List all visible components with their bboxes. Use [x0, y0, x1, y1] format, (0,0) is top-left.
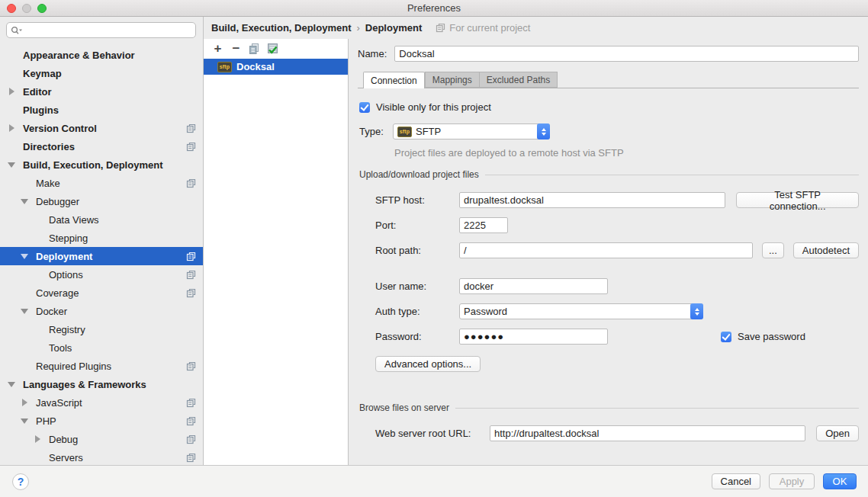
sidebar-item-javascript[interactable]: JavaScript	[0, 393, 203, 412]
tab-mappings[interactable]: Mappings	[425, 72, 480, 88]
for-current-project-icon	[186, 361, 196, 371]
name-input[interactable]	[394, 46, 859, 62]
chevron-down-icon[interactable]	[19, 199, 30, 204]
section-divider	[455, 408, 859, 409]
for-current-project-icon	[436, 23, 445, 33]
sidebar-item-label: JavaScript	[36, 397, 82, 409]
sidebar-item-version-control[interactable]: Version Control	[0, 119, 203, 137]
for-current-project-icon	[186, 270, 196, 280]
sidebar-item-label: Required Plugins	[36, 361, 111, 372]
browse-section-header: Browse files on server	[359, 402, 859, 413]
chevron-right-icon[interactable]	[32, 435, 43, 443]
web-url-label: Web server root URL:	[375, 428, 490, 439]
chevron-down-icon[interactable]	[19, 309, 30, 314]
sidebar-item-tools[interactable]: Tools	[0, 338, 203, 357]
advanced-options-button[interactable]: Advanced options...	[375, 356, 481, 372]
type-dropdown[interactable]: sftp SFTP	[393, 123, 550, 139]
preferences-window: Preferences Appearance & BehaviorKeymapE…	[0, 0, 868, 497]
sidebar-item-data-views[interactable]: Data Views	[0, 210, 203, 229]
chevron-down-icon[interactable]	[6, 162, 17, 168]
user-name-input[interactable]	[459, 278, 608, 294]
search-input[interactable]	[24, 25, 191, 36]
sidebar-item-servers[interactable]: Servers	[0, 448, 203, 465]
sidebar-item-debugger[interactable]: Debugger	[0, 192, 203, 210]
autodetect-button[interactable]: Autodetect	[793, 242, 859, 258]
titlebar: Preferences	[0, 0, 868, 17]
chevron-down-icon[interactable]	[19, 418, 30, 424]
sidebar-item-plugins[interactable]: Plugins	[0, 101, 203, 119]
cancel-button[interactable]: Cancel	[712, 473, 760, 489]
remove-server-button[interactable]: −	[229, 42, 243, 56]
auth-type-dropdown[interactable]: Password	[459, 303, 703, 319]
save-password-checkbox[interactable]	[721, 332, 731, 342]
sidebar-item-label: Registry	[49, 324, 85, 335]
add-server-button[interactable]: +	[211, 42, 225, 56]
web-url-input[interactable]	[490, 425, 805, 441]
password-input[interactable]	[459, 329, 608, 345]
breadcrumb: Build, Execution, Deployment › Deploymen…	[204, 17, 868, 39]
sidebar-item-label: Stepping	[49, 232, 88, 244]
port-label: Port:	[375, 220, 459, 231]
browse-section-title: Browse files on server	[359, 402, 449, 413]
open-url-button[interactable]: Open	[816, 425, 859, 441]
server-item-label: Docksal	[236, 61, 275, 72]
sftp-host-input[interactable]	[459, 192, 725, 208]
use-as-default-button[interactable]	[265, 42, 280, 56]
deployment-form: Name: ConnectionMappingsExcluded Paths V…	[349, 39, 868, 465]
ok-button[interactable]: OK	[823, 473, 857, 489]
port-input[interactable]	[459, 217, 508, 233]
chevron-down-icon[interactable]	[6, 382, 17, 387]
apply-button[interactable]: Apply	[769, 473, 815, 489]
sidebar-item-label: Debug	[49, 434, 78, 445]
server-item-docksal[interactable]: sftpDocksal	[204, 59, 348, 75]
scope-indicator: For current project	[436, 22, 530, 34]
sidebar-item-label: Make	[36, 178, 60, 189]
sidebar-item-deployment[interactable]: Deployment	[0, 247, 203, 265]
breadcrumb-parent[interactable]: Build, Execution, Deployment	[211, 22, 351, 34]
user-name-label: User name:	[375, 281, 459, 292]
chevron-down-icon[interactable]	[19, 254, 30, 259]
auth-type-value: Password	[464, 306, 686, 317]
sidebar-item-label: Tools	[49, 342, 72, 354]
search-box[interactable]	[6, 22, 196, 38]
tab-excluded-paths[interactable]: Excluded Paths	[480, 72, 558, 88]
sidebar-item-label: Coverage	[36, 287, 79, 299]
sidebar-item-make[interactable]: Make	[0, 174, 203, 192]
sidebar-item-directories[interactable]: Directories	[0, 137, 203, 156]
sidebar-item-appearance-behavior[interactable]: Appearance & Behavior	[0, 46, 203, 64]
sidebar-item-coverage[interactable]: Coverage	[0, 284, 203, 302]
sidebar-item-build-execution-deployment[interactable]: Build, Execution, Deployment	[0, 156, 203, 174]
sidebar-item-registry[interactable]: Registry	[0, 320, 203, 338]
use-as-default-icon	[266, 43, 279, 56]
connection-tab-panel: Visible only for this project Type: sftp…	[358, 88, 859, 465]
sidebar-item-options[interactable]: Options	[0, 265, 203, 284]
copy-server-button[interactable]	[247, 42, 262, 56]
type-help-text: Project files are deployed to a remote h…	[394, 147, 859, 159]
auth-type-label: Auth type:	[375, 306, 459, 317]
sidebar-item-label: Plugins	[23, 104, 59, 116]
sidebar-item-languages-frameworks[interactable]: Languages & Frameworks	[0, 375, 203, 393]
sidebar-item-keymap[interactable]: Keymap	[0, 64, 203, 82]
server-list-panel: + −	[204, 39, 349, 465]
sidebar-item-editor[interactable]: Editor	[0, 82, 203, 101]
sidebar-item-required-plugins[interactable]: Required Plugins	[0, 357, 203, 375]
root-path-input[interactable]	[459, 242, 753, 258]
sidebar-item-php[interactable]: PHP	[0, 412, 203, 430]
browse-root-path-button[interactable]: ...	[762, 242, 784, 258]
chevron-right-icon[interactable]	[19, 399, 30, 406]
chevron-right-icon[interactable]	[6, 124, 17, 132]
chevron-right-icon[interactable]	[6, 88, 17, 95]
tab-connection[interactable]: Connection	[363, 72, 425, 88]
password-label: Password:	[375, 331, 459, 342]
sidebar-item-docker[interactable]: Docker	[0, 302, 203, 320]
for-current-project-icon	[186, 142, 196, 152]
sidebar-item-label: Build, Execution, Deployment	[23, 159, 162, 171]
test-sftp-connection-button[interactable]: Test SFTP connection...	[736, 192, 859, 208]
server-list-toolbar: + −	[204, 39, 348, 59]
visible-only-checkbox[interactable]	[359, 102, 370, 113]
sidebar-item-stepping[interactable]: Stepping	[0, 229, 203, 247]
sidebar-item-debug[interactable]: Debug	[0, 430, 203, 448]
sidebar-item-label: Languages & Frameworks	[23, 379, 146, 390]
visible-only-label: Visible only for this project	[376, 101, 491, 113]
help-button[interactable]: ?	[12, 473, 29, 490]
